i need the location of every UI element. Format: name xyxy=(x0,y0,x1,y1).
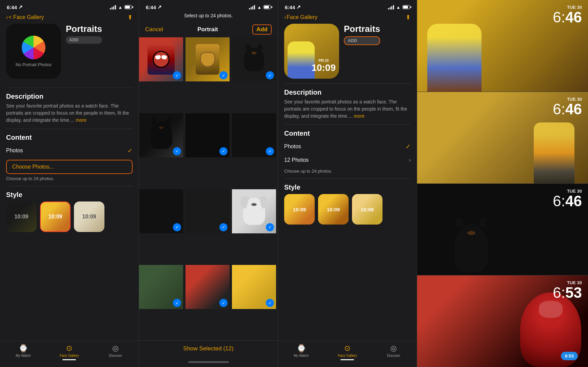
phone-panel-4: TUE 30 6:6:4646 TUE 30 6:46 TUE xyxy=(417,0,588,367)
discover-label-3: Discover xyxy=(387,354,400,358)
photo-cell-cat5[interactable]: ✓ xyxy=(139,189,183,233)
home-indicator-2 xyxy=(139,357,278,367)
watch-face-homer-preview: FRI 23 10:09 xyxy=(284,24,339,79)
check-spiderman: ✓ xyxy=(173,71,181,79)
content-photos-row: Photos ✓ xyxy=(6,143,133,158)
divider-1 xyxy=(6,88,133,88)
watch-card-cat[interactable]: TUE 30 6:46 xyxy=(417,184,588,276)
photos-label-3: Photos xyxy=(284,143,301,150)
tab-face-gallery-1[interactable]: ⊙ Face Gallery xyxy=(46,344,92,360)
style-title-3: Style xyxy=(284,184,411,191)
divider-3c xyxy=(284,178,411,179)
phone-panel-1: 6:44 ↗ ▲ ‹ < Face Gallery xyxy=(0,0,139,367)
photo-cell-cat3[interactable]: ✓ xyxy=(185,113,230,157)
style-thumb-3[interactable]: 10:09 xyxy=(74,201,104,232)
wf-overlay-cat: TUE 30 6:46 xyxy=(547,184,588,213)
watch-card-kirk[interactable]: TUE 30 6:46 xyxy=(417,92,588,184)
tab-discover-3[interactable]: ◎ Discover xyxy=(371,344,417,360)
phone-panel-2: 6:44 ↗ ▲ Select up to 24 photos. Cancel … xyxy=(139,0,278,367)
tab-my-watch-3[interactable]: ⌚ My Watch xyxy=(278,344,324,360)
back-button-1[interactable]: ‹ < Face Gallery xyxy=(6,14,44,20)
watch-time-3: 10:09 xyxy=(311,62,336,73)
add-button[interactable]: Add xyxy=(252,24,272,35)
watch-date-3: FRI 23 xyxy=(311,59,336,62)
more-link-3[interactable]: more xyxy=(354,113,365,119)
watch-card-spiderman[interactable]: TUE 30 6:53 6:53 xyxy=(417,275,588,367)
style-thumb-3c[interactable]: 10:09 xyxy=(352,194,383,225)
photo-cell-dog[interactable]: ✓ xyxy=(232,189,276,233)
wf-date-kirk: TUE 30 xyxy=(553,97,582,102)
style-thumb-2[interactable]: 10:09 xyxy=(40,201,71,232)
photo-cell-spiderman2[interactable]: ✓ xyxy=(185,265,230,309)
tab-bar-1: ⌚ My Watch ⊙ Face Gallery ◎ Discover xyxy=(0,341,139,367)
photo-cell-groot[interactable]: ✓ xyxy=(139,265,183,309)
photo-cell-cat1[interactable]: ✓ xyxy=(232,37,276,81)
style-thumb-1[interactable]: 10:09 xyxy=(6,201,37,232)
check-dog: ✓ xyxy=(266,223,274,231)
content-title-1: Content xyxy=(6,134,133,141)
description-title-3: Description xyxy=(284,89,411,96)
photo-cell-homer[interactable]: ✓ xyxy=(232,265,276,309)
wf-date-homer: TUE 30 xyxy=(553,5,582,10)
discover-icon: ◎ xyxy=(112,344,119,353)
watch-card-homer[interactable]: TUE 30 6:6:4646 xyxy=(417,0,588,92)
content-title-3: Content xyxy=(284,130,411,137)
battery-icon-2 xyxy=(263,5,271,9)
battery-icon xyxy=(124,5,132,9)
divider-2 xyxy=(6,129,133,129)
back-button-3[interactable]: ‹ Face Gallery xyxy=(284,14,317,20)
choose-hint-3: Choose up to 24 photos. xyxy=(284,169,411,174)
my-watch-icon: ⌚ xyxy=(19,344,28,353)
add-badge-3[interactable]: ADD xyxy=(344,36,380,45)
no-portrait-text: No Portrait Photos xyxy=(16,62,52,67)
cancel-button[interactable]: Cancel xyxy=(145,26,163,33)
photo-cell-thing[interactable]: ✓ xyxy=(185,37,230,81)
tab-discover-1[interactable]: ◎ Discover xyxy=(93,344,139,360)
check-cat3: ✓ xyxy=(219,147,228,155)
style-thumb-3a[interactable]: 10:09 xyxy=(284,194,315,225)
description-text-1: See your favorite portrait photos as a w… xyxy=(6,102,133,124)
choose-hint-1: Choose up to 24 photos. xyxy=(6,176,133,181)
tab-underline xyxy=(62,359,76,360)
tab-face-gallery-3[interactable]: ⊙ Face Gallery xyxy=(324,344,370,360)
wf-overlay-spiderman: TUE 30 6:53 xyxy=(547,275,588,305)
wifi-icon: ▲ xyxy=(118,5,122,10)
my-watch-label-3: My Watch xyxy=(294,354,309,358)
more-link-1[interactable]: more xyxy=(76,117,86,123)
scroll-content-3: FRI 23 10:09 Portraits ADD Description S… xyxy=(278,24,417,341)
wf-overlay-homer: TUE 30 6:6:4646 xyxy=(547,0,588,30)
chevron-icon: › xyxy=(409,157,411,163)
style-thumb-3b[interactable]: 10:09 xyxy=(318,194,349,225)
share-button-3[interactable]: ⬆ xyxy=(406,14,411,21)
content-photos-row-3: Photos ✓ xyxy=(284,139,411,154)
photo-grid: ✓ ✓ ✓ xyxy=(139,37,278,340)
tab-bar-3: ⌚ My Watch ⊙ Face Gallery ◎ Discover xyxy=(278,341,417,367)
portrait-title-1: Portraits xyxy=(66,24,102,34)
face-gallery-label-3: Face Gallery xyxy=(338,354,357,358)
wifi-icon-3: ▲ xyxy=(396,5,400,10)
share-button-1[interactable]: ⬆ xyxy=(128,14,133,21)
photo-cell-cat2[interactable]: ✓ xyxy=(139,113,183,157)
photo-cell-cat6[interactable]: ✓ xyxy=(185,189,230,233)
wf-date-cat: TUE 30 xyxy=(553,189,582,194)
check-cat4: ✓ xyxy=(266,147,274,155)
nav-bar-3: ‹ Face Gallery ⬆ xyxy=(278,12,417,24)
style-row-3: 10:09 10:09 10:09 xyxy=(284,194,411,225)
tab-underline-3 xyxy=(340,359,354,360)
face-gallery-label: Face Gallery xyxy=(60,354,79,358)
discover-icon-3: ◎ xyxy=(390,344,397,353)
portrait-header-3: FRI 23 10:09 Portraits ADD xyxy=(284,24,411,79)
battery-icon-3 xyxy=(403,5,410,9)
photo-cell-cat4[interactable]: ✓ xyxy=(232,113,276,157)
portrait-info: Portraits ADD xyxy=(66,24,102,44)
show-selected-button[interactable]: Show Selected (12) xyxy=(183,345,233,352)
add-badge-1[interactable]: ADD xyxy=(66,36,102,44)
photo-cell-spiderman[interactable]: ✓ xyxy=(139,37,183,81)
tab-my-watch-1[interactable]: ⌚ My Watch xyxy=(0,344,46,360)
wf-time-cat: 6:46 xyxy=(553,194,582,209)
location-icon: ↗ xyxy=(18,4,23,10)
choose-photos-button[interactable]: Choose Photos... xyxy=(6,160,133,174)
portrait-info-3: Portraits ADD xyxy=(344,24,380,45)
location-icon-2: ↗ xyxy=(157,4,162,10)
photos-count-row[interactable]: 12 Photos › xyxy=(284,154,411,167)
